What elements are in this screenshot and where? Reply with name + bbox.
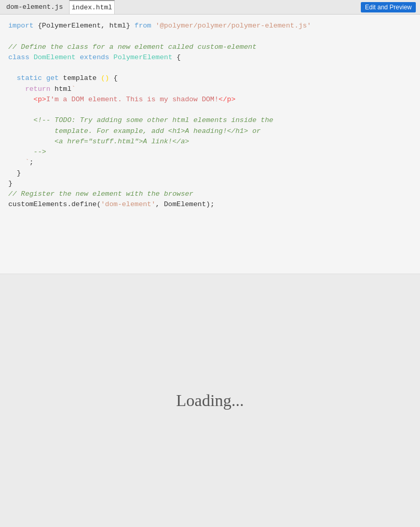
code-line-backtick: `;: [0, 157, 420, 168]
loading-text: Loading...: [176, 391, 244, 410]
code-line-8: <p>I'm a DOM element. This is my shadow …: [0, 94, 420, 105]
tab-bar: dom-element.js index.html Edit and Previ…: [0, 0, 420, 15]
tab-labels: dom-element.js index.html: [4, 0, 115, 14]
tab-dom-element-js[interactable]: dom-element.js: [4, 0, 65, 14]
tab-separator: [65, 3, 69, 11]
code-line-closebrace1: }: [0, 168, 420, 179]
code-line-blank-2: [0, 63, 420, 73]
code-line-todo3: <a href="stuff.html">A link!</a>: [0, 137, 420, 147]
code-line-todo1: <!-- TODO: Try adding some other html el…: [0, 115, 420, 126]
code-line-todo2: template. For example, add <h1>A heading…: [0, 126, 420, 137]
tab-dom-element-js-label: dom-element.js: [6, 3, 63, 11]
code-line-blank-3: [0, 105, 420, 115]
tab-index-html-label: index.html: [72, 4, 112, 11]
code-line-register-comment: // Register the new element with the bro…: [0, 189, 420, 199]
code-line-7: return html`: [0, 84, 420, 94]
loading-area: Loading...: [0, 274, 420, 527]
code-line-todo4: -->: [0, 147, 420, 157]
tab-index-html[interactable]: index.html: [69, 0, 115, 14]
edit-preview-button[interactable]: Edit and Preview: [361, 2, 416, 12]
code-line-3: // Define the class for a new element ca…: [0, 42, 420, 52]
code-line-define: customElements.define('dom-element', Dom…: [0, 199, 420, 210]
code-line-closebrace2: }: [0, 179, 420, 189]
code-line-blank-1: [0, 31, 420, 42]
code-line-1: import {PolymerElement, html} from '@pol…: [0, 21, 420, 31]
code-line-6: static get template () {: [0, 73, 420, 84]
code-editor[interactable]: import {PolymerElement, html} from '@pol…: [0, 15, 420, 274]
code-line-4: class DomElement extends PolymerElement …: [0, 52, 420, 63]
